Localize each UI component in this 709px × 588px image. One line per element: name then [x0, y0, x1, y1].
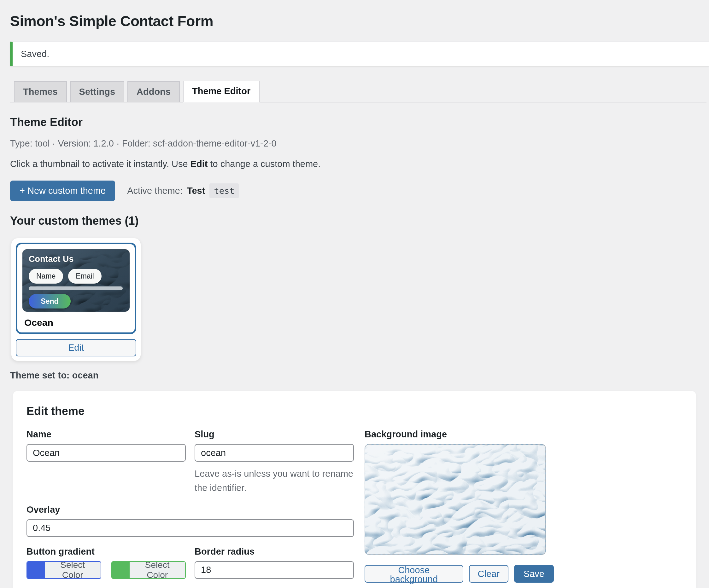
border-radius-input[interactable]	[194, 561, 354, 579]
button-gradient-group: Button gradient Select Color Select Colo…	[26, 547, 186, 579]
preview-email-pill: Email	[68, 269, 102, 284]
edit-form-left-column: Name Slug Leave as-is unless you want to…	[26, 429, 354, 588]
name-slug-row: Name Slug Leave as-is unless you want to…	[26, 429, 354, 495]
save-theme-button[interactable]: Save	[514, 565, 554, 583]
slug-field-group: Slug Leave as-is unless you want to rena…	[194, 429, 354, 495]
page-title: Simon's Simple Contact Form	[10, 12, 697, 30]
edit-theme-heading: Edit theme	[26, 404, 683, 418]
theme-toolbar: + New custom theme Active theme: Test te…	[10, 180, 697, 201]
border-radius-label: Border radius	[194, 547, 354, 557]
active-theme-label: Active theme:	[127, 186, 183, 196]
notice-text: Saved.	[21, 49, 49, 59]
color1-swatch	[27, 562, 45, 578]
edit-theme-form: Name Slug Leave as-is unless you want to…	[26, 429, 683, 588]
description-prefix: Click a thumbnail to activate it instant…	[10, 159, 190, 169]
theme-set-status: Theme set to: ocean	[10, 370, 697, 381]
name-field-group: Name	[26, 429, 186, 495]
active-theme-name: Test	[187, 186, 205, 196]
success-notice: Saved.	[10, 41, 709, 66]
slug-help-text: Leave as-is unless you want to rename th…	[194, 467, 354, 495]
preview-input-line	[29, 286, 123, 290]
theme-name-label: Ocean	[24, 317, 128, 328]
background-image-label: Background image	[365, 429, 554, 440]
addon-description: Click a thumbnail to activate it instant…	[10, 159, 697, 169]
color1-picker-label: Select Color	[45, 562, 101, 578]
theme-card-ocean: Contact Us Name Email Send Ocean Edit	[11, 238, 141, 361]
slug-input[interactable]	[194, 444, 354, 461]
preview-send-button: Send	[29, 294, 71, 308]
water-texture	[365, 445, 545, 554]
active-theme-slug-chip: test	[209, 184, 239, 198]
preview-form-title: Contact Us	[29, 254, 74, 264]
edit-theme-button[interactable]: Edit	[16, 339, 136, 356]
name-label: Name	[26, 429, 186, 440]
tab-theme-editor[interactable]: Theme Editor	[183, 81, 260, 103]
tab-themes[interactable]: Themes	[14, 81, 67, 103]
edit-form-right-column: Background image Choose background Clear…	[365, 429, 554, 588]
overlay-label: Overlay	[26, 504, 354, 515]
background-actions-row: Choose background Clear Save	[365, 565, 554, 583]
choose-background-button[interactable]: Choose background	[365, 565, 463, 583]
background-image-preview	[365, 444, 546, 555]
theme-preview-thumbnail: Contact Us Name Email Send	[22, 249, 130, 312]
description-bold: Edit	[190, 159, 208, 169]
custom-themes-heading: Your custom themes (1)	[10, 214, 697, 227]
button-gradient-label: Button gradient	[26, 547, 186, 557]
overlay-input[interactable]	[26, 519, 354, 537]
edit-theme-panel: Edit theme Name Slug Leave as-is unless …	[12, 391, 697, 588]
plugin-settings-page: Simon's Simple Contact Form Saved. Theme…	[0, 0, 709, 588]
settings-tab-bar: Themes Settings Addons Theme Editor	[10, 81, 707, 103]
slug-label: Slug	[194, 429, 354, 440]
addon-meta: Type: tool · Version: 1.2.0 · Folder: sc…	[10, 138, 697, 149]
gradient-pickers: Select Color Select Color	[26, 561, 186, 579]
preview-name-pill: Name	[29, 269, 63, 284]
addon-heading: Theme Editor	[10, 116, 697, 129]
gradient-color1-picker[interactable]: Select Color	[26, 561, 101, 579]
tab-settings[interactable]: Settings	[70, 81, 124, 103]
theme-thumbnail-activate[interactable]: Contact Us Name Email Send Ocean	[16, 243, 136, 334]
overlay-field-group: Overlay	[26, 504, 354, 537]
name-input[interactable]	[26, 444, 186, 461]
gradient-color2-picker[interactable]: Select Color	[111, 561, 186, 579]
description-suffix: to change a custom theme.	[208, 159, 320, 169]
border-radius-group: Border radius	[194, 547, 354, 579]
preview-form-mock: Contact Us Name Email Send	[22, 249, 130, 312]
tab-addons[interactable]: Addons	[127, 81, 180, 103]
preview-field-pills: Name Email	[29, 269, 102, 284]
clear-background-button[interactable]: Clear	[469, 565, 508, 583]
active-theme-line: Active theme: Test test	[127, 184, 239, 198]
color2-picker-label: Select Color	[130, 562, 185, 578]
color2-swatch	[112, 562, 130, 578]
gradient-radius-row: Button gradient Select Color Select Colo…	[26, 547, 354, 579]
new-custom-theme-button[interactable]: + New custom theme	[10, 180, 115, 201]
